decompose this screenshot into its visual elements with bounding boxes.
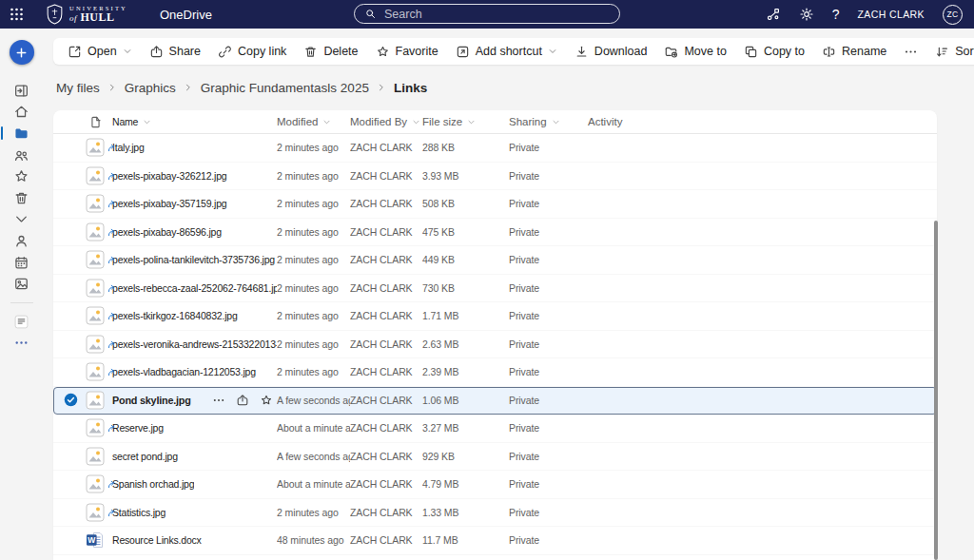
image-file-icon xyxy=(86,391,105,410)
more-options-icon[interactable] xyxy=(212,394,225,407)
table-row[interactable]: pexels-vladbagacian-1212053.jpg2 minutes… xyxy=(53,358,937,387)
toolbar-copy-link-button[interactable]: Copy link xyxy=(209,38,295,65)
modified-cell: About a minute ago xyxy=(277,478,350,490)
toolbar-label: Favorite xyxy=(396,45,438,58)
toolbar-more-options-button[interactable] xyxy=(895,38,926,65)
sharing-cell: Private xyxy=(509,338,588,350)
chevron-down-icon xyxy=(552,118,560,126)
image-file-icon xyxy=(86,474,105,493)
sidebar-item-favorites[interactable] xyxy=(8,165,36,187)
modified-by-cell: ZACH CLARK xyxy=(350,282,422,294)
column-header-file-size[interactable]: File size xyxy=(422,116,509,127)
help-icon[interactable]: ? xyxy=(832,7,840,22)
sidebar-item-pinned-app[interactable] xyxy=(8,311,36,333)
check-circle-icon[interactable] xyxy=(64,393,78,407)
table-row[interactable]: pexels-pixabay-357159.jpg2 minutes agoZA… xyxy=(53,190,937,219)
modified-cell: 2 minutes ago xyxy=(277,338,350,350)
sort-button[interactable]: Sort xyxy=(926,38,974,65)
table-row[interactable]: pexels-rebecca-zaal-252062-764681.jpg2 m… xyxy=(53,275,937,303)
modified-cell: 2 minutes ago xyxy=(277,310,350,321)
file-size-cell: 288 KB xyxy=(422,142,509,153)
share-icon[interactable] xyxy=(236,394,249,407)
sidebar-item-my-files[interactable] xyxy=(8,123,36,145)
app-launcher-icon[interactable] xyxy=(0,7,32,22)
table-row[interactable]: Statistics.jpg2 minutes agoZACH CLARK1.3… xyxy=(53,499,937,528)
account-name[interactable]: ZACH CLARK xyxy=(857,9,925,20)
toolbar-favorite-button[interactable]: Favorite xyxy=(367,38,447,65)
table-row[interactable]: Spanish orchad.jpgAbout a minute agoZACH… xyxy=(53,471,937,499)
toolbar-add-shortcut-button[interactable]: Add shortcut xyxy=(447,38,566,65)
sidebar-item-recycle-bin[interactable] xyxy=(8,187,36,209)
toolbar-rename-button[interactable]: Rename xyxy=(813,38,895,65)
file-size-cell: 475 KB xyxy=(422,226,509,238)
avatar[interactable]: ZC xyxy=(943,5,963,25)
table-row[interactable]: secret pond.jpgA few seconds agoZACH CLA… xyxy=(53,443,937,472)
toolbar-copy-to-button[interactable]: Copy to xyxy=(735,38,813,65)
file-name: pexels-veronika-andrews-2153322013-32... xyxy=(112,338,277,350)
breadcrumb-item-links[interactable]: Links xyxy=(394,81,427,95)
breadcrumb-item-graphics[interactable]: Graphics xyxy=(125,81,176,95)
connections-icon[interactable] xyxy=(766,7,781,22)
toolbar-label: Download xyxy=(594,45,648,58)
table-row[interactable]: Italy.jpg2 minutes agoZACH CLARK288 KBPr… xyxy=(53,134,937,163)
file-name: Spanish orchad.jpg xyxy=(112,478,194,490)
sidebar-item-home[interactable] xyxy=(8,102,36,124)
table-row[interactable]: pexels-veronika-andrews-2153322013-32...… xyxy=(53,331,937,359)
breadcrumb-item-my-files[interactable]: My files xyxy=(56,81,100,95)
share-icon xyxy=(149,45,164,59)
sidebar-item-shared[interactable] xyxy=(8,145,36,166)
search-box[interactable] xyxy=(354,4,620,24)
sidebar-item-panel-toggle[interactable] xyxy=(8,80,36,102)
toolbar-download-button[interactable]: Download xyxy=(566,38,656,65)
column-header-name[interactable]: Name xyxy=(108,116,277,127)
sidebar-item-media[interactable] xyxy=(8,273,36,295)
file-size-cell: 2.63 MB xyxy=(422,338,509,350)
sidebar-item-meetings[interactable] xyxy=(8,252,36,274)
chevron-down-icon xyxy=(412,118,420,126)
sidebar-item-browse-more[interactable] xyxy=(8,209,36,231)
toolbar-open-button[interactable]: Open xyxy=(59,38,141,65)
file-name: Statistics.jpg xyxy=(112,507,166,518)
toolbar-label: Delete xyxy=(323,45,358,58)
table-row[interactable]: WResource Links.docx48 minutes agoZACH C… xyxy=(53,527,937,555)
folder-icon xyxy=(13,126,29,142)
modified-by-cell: ZACH CLARK xyxy=(350,254,422,265)
person-icon xyxy=(13,233,29,249)
sidebar-item-more-apps[interactable] xyxy=(8,333,36,355)
file-name: Resource Links.docx xyxy=(112,534,202,546)
toolbar-share-button[interactable]: Share xyxy=(141,38,209,65)
column-header-modified[interactable]: Modified xyxy=(277,116,350,127)
modified-cell: 2 minutes ago xyxy=(277,282,350,294)
table-row[interactable]: pexels-pixabay-326212.jpg2 minutes agoZA… xyxy=(53,163,937,191)
column-header-activity[interactable]: Activity xyxy=(588,116,937,127)
table-row[interactable]: Reserve.jpgAbout a minute agoZACH CLARK3… xyxy=(53,415,937,443)
breadcrumb-item-graphic-fundamentasls-2025[interactable]: Graphic Fundamentasls 2025 xyxy=(201,81,369,95)
modified-by-cell: ZACH CLARK xyxy=(350,170,422,182)
column-header-modified-by[interactable]: Modified By xyxy=(350,116,422,127)
sidebar-item-create[interactable] xyxy=(10,40,34,65)
move-to-icon xyxy=(664,45,678,59)
favorite-icon[interactable] xyxy=(260,394,273,407)
search-input[interactable] xyxy=(384,8,610,21)
sync-badge-icon xyxy=(108,508,116,516)
sync-badge-icon xyxy=(108,423,116,432)
table-row[interactable]: pexels-tkirkgoz-16840832.jpg2 minutes ag… xyxy=(53,302,937,331)
column-header-sharing[interactable]: Sharing xyxy=(509,116,588,127)
toolbar-move-to-button[interactable]: Move to xyxy=(655,38,734,65)
file-size-cell: 3.27 MB xyxy=(422,422,509,434)
scrollbar[interactable] xyxy=(934,221,938,560)
table-row[interactable]: Pond skyline.jpgA few seconds agoZACH CL… xyxy=(53,387,937,415)
toolbar-delete-button[interactable]: Delete xyxy=(295,38,366,65)
sharing-cell: Private xyxy=(509,142,588,153)
gear-icon[interactable] xyxy=(799,7,814,22)
modified-cell: 2 minutes ago xyxy=(277,226,350,238)
table-row[interactable]: pexels-pixabay-86596.jpg2 minutes agoZAC… xyxy=(53,219,937,247)
modified-by-cell: ZACH CLARK xyxy=(350,338,422,350)
image-file-icon xyxy=(86,306,105,325)
sidebar-item-people[interactable] xyxy=(8,230,36,252)
trash-icon xyxy=(13,190,29,206)
file-name: pexels-pixabay-357159.jpg xyxy=(112,198,227,209)
table-row[interactable]: pexels-polina-tankilevitch-3735736.jpg2 … xyxy=(53,246,937,275)
sharing-cell: Private xyxy=(509,451,588,462)
file-name: secret pond.jpg xyxy=(112,451,178,462)
